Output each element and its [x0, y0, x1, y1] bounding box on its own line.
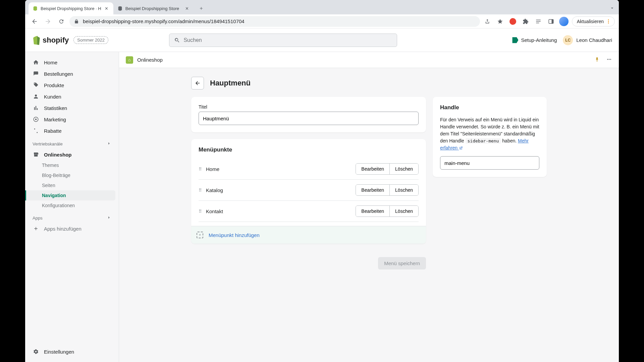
drag-handle-icon[interactable]: ⠿: [199, 209, 201, 214]
edit-button[interactable]: Bearbeiten: [356, 185, 390, 195]
add-menu-item-button[interactable]: + Menüpunkt hinzufügen: [191, 226, 426, 244]
handle-input[interactable]: [440, 156, 539, 170]
sidebar-item-themes[interactable]: Themes: [29, 160, 115, 170]
menu-item-name: Katalog: [206, 187, 356, 193]
sidebar-item-pages[interactable]: Seiten: [29, 180, 115, 190]
extension-red-icon[interactable]: [508, 17, 518, 26]
delete-button[interactable]: Löschen: [390, 185, 418, 195]
section-apps: Apps: [29, 210, 115, 223]
sidebar-item-marketing[interactable]: Marketing: [29, 114, 115, 125]
tab-title: Beispiel Dropshipping Store · H: [41, 6, 101, 11]
user-name: Leon Chaudhari: [576, 37, 612, 43]
sidebar-item-analytics[interactable]: Statistiken: [29, 102, 115, 114]
menu-item-name: Home: [206, 166, 356, 172]
sidebar-item-preferences[interactable]: Konfigurationen: [29, 200, 115, 210]
svg-point-6: [35, 119, 37, 120]
delete-button[interactable]: Löschen: [390, 206, 418, 217]
share-icon[interactable]: [483, 17, 492, 26]
profile-avatar[interactable]: [559, 17, 569, 26]
section-channels: Vertriebskanäle: [29, 136, 115, 149]
drag-handle-icon[interactable]: ⠿: [199, 188, 201, 193]
menu-item-row: ⠿ Katalog Bearbeiten Löschen: [199, 180, 419, 201]
sub-header: ⌂ Onlineshop: [119, 52, 619, 68]
extensions-icon[interactable]: [521, 17, 530, 26]
drag-handle-icon[interactable]: ⠿: [199, 167, 201, 172]
tab-list-dropdown-icon[interactable]: [609, 5, 615, 12]
close-icon[interactable]: ✕: [104, 6, 109, 11]
svg-point-9: [610, 59, 611, 60]
search-placeholder: Suchen: [183, 37, 202, 43]
tag-icon: [33, 82, 39, 88]
favicon-shopify-icon: [33, 6, 38, 11]
sidebar-item-discounts[interactable]: Rabatte: [29, 125, 115, 136]
reload-icon[interactable]: [56, 16, 67, 27]
browser-tab[interactable]: Beispiel Dropshipping Store ✕: [113, 2, 194, 14]
menu-item-name: Kontakt: [206, 208, 356, 214]
svg-point-8: [609, 59, 610, 60]
svg-rect-1: [551, 19, 553, 23]
menu-item-row: ⠿ Kontakt Bearbeiten Löschen: [199, 201, 419, 222]
sidebar-item-customers[interactable]: Kunden: [29, 91, 115, 102]
field-label-title: Titel: [199, 104, 419, 110]
new-tab-button[interactable]: [197, 4, 206, 13]
setup-guide-link[interactable]: Setup-Anleitung: [512, 37, 557, 43]
browser-tab-strip: Beispiel Dropshipping Store · H ✕ Beispi…: [25, 0, 619, 14]
search-icon: [174, 37, 180, 43]
sidebar-item-home[interactable]: Home: [29, 57, 115, 68]
handle-description: Für den Verweis auf ein Menü wird in Liq…: [440, 116, 539, 152]
content-area: ⌂ Onlineshop Hauptmenü Titel: [119, 52, 619, 362]
pin-icon[interactable]: [594, 56, 600, 63]
svg-point-2: [608, 19, 609, 20]
sidebar-item-products[interactable]: Produkte: [29, 79, 115, 91]
reading-list-icon[interactable]: [534, 17, 543, 26]
handle-heading: Handle: [440, 104, 539, 111]
browser-tab[interactable]: Beispiel Dropshipping Store · H ✕: [29, 2, 113, 14]
gear-icon: [33, 348, 39, 355]
app-header: shopify Sommer 2022 Suchen Setup-Anleitu…: [25, 28, 619, 52]
external-link-icon: [459, 146, 463, 150]
title-input[interactable]: [199, 112, 419, 125]
sidebar-item-add-apps[interactable]: Apps hinzufügen: [29, 223, 115, 234]
season-badge: Sommer 2022: [73, 36, 108, 44]
edit-button[interactable]: Bearbeiten: [356, 164, 390, 174]
onlineshop-icon: ⌂: [126, 56, 133, 64]
bookmark-icon[interactable]: [495, 17, 505, 26]
delete-button[interactable]: Löschen: [390, 164, 418, 174]
sidebar-item-orders[interactable]: Bestellungen: [29, 68, 115, 79]
back-icon[interactable]: [29, 16, 40, 27]
chevron-right-icon[interactable]: [107, 215, 111, 221]
update-button[interactable]: Aktualisieren: [572, 16, 615, 26]
title-card: Titel: [191, 97, 426, 132]
menu-item-row: ⠿ Home Bearbeiten Löschen: [199, 159, 419, 180]
shopify-logo[interactable]: shopify: [32, 36, 69, 45]
svg-point-7: [607, 59, 608, 60]
sidebar-item-navigation[interactable]: Navigation: [25, 190, 115, 200]
close-icon[interactable]: ✕: [184, 6, 190, 11]
home-icon: [33, 59, 39, 66]
edit-button[interactable]: Bearbeiten: [356, 206, 390, 217]
shopify-bag-icon: [32, 36, 41, 45]
breadcrumb: Onlineshop: [137, 57, 163, 63]
user-avatar: LC: [563, 35, 573, 45]
address-bar[interactable]: beispiel-dropshipping-store.myshopify.co…: [69, 16, 480, 27]
handle-card: Handle Für den Verweis auf ein Menü wird…: [433, 97, 547, 177]
sidebar-item-onlineshop[interactable]: Onlineshop: [29, 149, 115, 160]
store-icon: [33, 151, 39, 158]
search-input[interactable]: Suchen: [169, 34, 397, 47]
save-menu-button[interactable]: Menü speichern: [378, 257, 426, 269]
more-icon: [606, 19, 611, 24]
side-panel-icon[interactable]: [546, 17, 556, 26]
svg-point-4: [608, 22, 609, 23]
sidebar-item-blog[interactable]: Blog-Beiträge: [29, 170, 115, 180]
svg-point-3: [608, 21, 609, 22]
sidebar-item-settings[interactable]: Einstellungen: [29, 346, 115, 357]
more-icon[interactable]: [606, 56, 612, 63]
url-text: beispiel-dropshipping-store.myshopify.co…: [83, 18, 245, 24]
user-menu[interactable]: LC Leon Chaudhari: [563, 35, 612, 45]
browser-toolbar: beispiel-dropshipping-store.myshopify.co…: [25, 14, 619, 28]
lock-icon: [74, 19, 79, 24]
chevron-right-icon[interactable]: [107, 141, 111, 147]
back-button[interactable]: [191, 77, 204, 89]
page-title: Hauptmenü: [210, 79, 251, 87]
percent-icon: [33, 127, 39, 134]
